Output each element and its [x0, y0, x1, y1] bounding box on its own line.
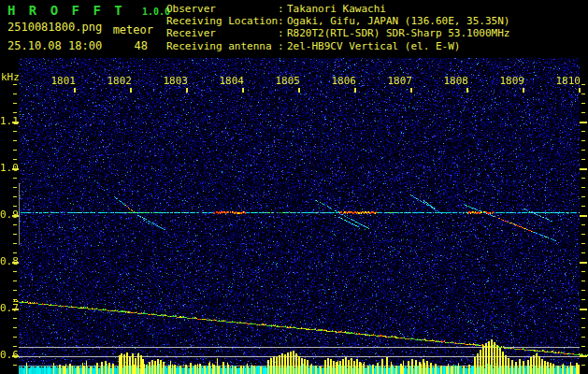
station-info-colon: : — [278, 15, 287, 27]
station-info-value: R820T2(RTL-SDR) SDR-Sharp 53.1000MHz — [287, 27, 509, 39]
time-tick-label: 1806 — [319, 76, 356, 86]
station-info-label: Observer — [166, 3, 278, 15]
station-info-row: Receiving Location:Ogaki, Gifu, JAPAN (1… — [166, 15, 509, 27]
time-tick-label: 1807 — [375, 76, 412, 86]
time-tick-label: 1808 — [431, 76, 468, 86]
freq-tick-label: 0.6 — [0, 350, 12, 360]
time-tick-label: 1804 — [207, 76, 244, 86]
station-info-label: Receiving Location — [166, 15, 278, 27]
freq-tick-label: 0.8 — [0, 256, 12, 266]
freq-tick-label: 1.0 — [0, 163, 12, 173]
station-info-colon: : — [278, 27, 287, 39]
station-info-row: Receiving antenna:2el-HB9CV Vertical (el… — [166, 40, 509, 52]
station-info-row: Observer:Takanori Kawachi — [166, 3, 509, 15]
app-title: H R O F F T — [7, 3, 125, 18]
time-tick-label: 1802 — [94, 76, 132, 86]
capture-filename: 2510081800.png — [7, 21, 102, 34]
station-info-colon: : — [278, 40, 287, 52]
capture-mode: meteor — [110, 23, 153, 36]
freq-tick-label: 0.9 — [0, 209, 12, 220]
time-tick-label: 1803 — [151, 76, 188, 86]
station-info-value: 2el-HB9CV Vertical (el. E-W) — [287, 40, 460, 52]
echo-count: 48 — [110, 39, 148, 52]
station-info-value: Ogaki, Gifu, JAPAN (136.60E, 35.35N) — [287, 15, 509, 27]
freq-tick-label: 0.7 — [0, 303, 12, 313]
time-tick-label: 1801 — [38, 76, 76, 86]
station-info-colon: : — [278, 3, 287, 15]
freq-axis-unit-label: kHz — [1, 72, 20, 82]
station-info-label: Receiver — [166, 27, 278, 39]
time-tick-label: 1810 — [543, 76, 581, 86]
time-tick-label: 1809 — [487, 76, 524, 86]
time-tick-label: 1805 — [263, 76, 300, 86]
station-info-row: Receiver:R820T2(RTL-SDR) SDR-Sharp 53.10… — [166, 27, 509, 39]
capture-datetime: 25.10.08 18:00 — [7, 39, 102, 52]
spectrogram-canvas — [0, 56, 588, 374]
freq-tick-label: 1.1 — [0, 116, 12, 126]
station-info-label: Receiving antenna — [166, 40, 278, 52]
hrofft-window: H R O F F T 1.0.0 2510081800.png meteor … — [0, 0, 588, 374]
station-info: Observer:Takanori KawachiReceiving Locat… — [166, 3, 509, 52]
station-info-value: Takanori Kawachi — [287, 3, 386, 15]
